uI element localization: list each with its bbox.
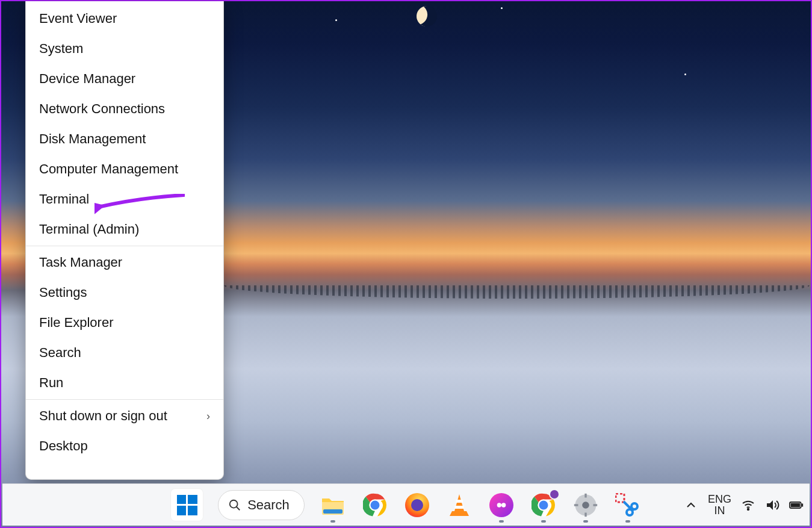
settings-icon <box>574 493 598 517</box>
star-graphic <box>501 7 503 9</box>
treeline-graphic <box>224 285 810 299</box>
star-graphic <box>335 19 337 21</box>
running-indicator <box>541 520 546 523</box>
winx-item-terminal-admin[interactable]: Terminal (Admin) <box>26 214 223 244</box>
menu-label: File Explorer <box>39 315 113 331</box>
wifi-icon[interactable] <box>741 498 755 512</box>
menu-label: Desktop <box>39 438 88 454</box>
winx-item-search[interactable]: Search <box>26 338 223 368</box>
menu-label: Run <box>39 375 63 391</box>
winx-item-run[interactable]: Run <box>26 368 223 398</box>
svg-rect-7 <box>454 506 463 509</box>
vlc-icon <box>448 493 470 517</box>
svg-rect-26 <box>802 503 804 506</box>
winx-item-event-viewer[interactable]: Event Viewer <box>26 4 223 34</box>
svg-rect-16 <box>584 512 586 517</box>
svg-line-1 <box>237 506 240 510</box>
tray-chevron-up-icon[interactable] <box>684 498 698 512</box>
chevron-right-icon: › <box>206 410 210 423</box>
svg-rect-15 <box>584 493 586 497</box>
taskbar-app-chrome-profile[interactable] <box>530 491 557 519</box>
menu-label: Disk Management <box>39 131 146 147</box>
svg-rect-19 <box>616 494 624 502</box>
taskbar-app-vlc[interactable] <box>445 491 473 519</box>
file-explorer-icon <box>321 495 345 515</box>
profile-badge-icon <box>549 489 560 500</box>
winx-item-shut-down[interactable]: Shut down or sign out › <box>26 401 223 431</box>
menu-label: Search <box>39 345 81 361</box>
svg-point-14 <box>582 502 589 509</box>
svg-point-22 <box>627 509 633 515</box>
running-indicator <box>330 520 335 523</box>
svg-point-5 <box>370 500 379 509</box>
menu-label: Terminal (Admin) <box>39 222 139 237</box>
menu-separator <box>26 246 223 246</box>
winx-item-task-manager[interactable]: Task Manager <box>26 247 223 278</box>
winx-item-terminal[interactable]: Terminal <box>26 184 223 214</box>
winx-item-file-explorer[interactable]: File Explorer <box>26 308 223 338</box>
running-indicator <box>583 520 588 523</box>
taskbar: Search <box>2 483 810 526</box>
svg-rect-17 <box>574 504 578 506</box>
menu-label: Device Manager <box>39 71 135 87</box>
winx-item-settings[interactable]: Settings <box>26 278 223 308</box>
language-line2: IN <box>708 505 731 517</box>
menu-label: Settings <box>39 285 87 300</box>
taskbar-app-snipping-tool[interactable] <box>614 491 642 519</box>
running-indicator <box>625 520 630 523</box>
menu-label: Shut down or sign out <box>39 408 167 424</box>
start-button[interactable] <box>170 488 203 521</box>
taskbar-app-discord[interactable] <box>488 491 515 519</box>
firefox-icon <box>405 493 429 517</box>
taskbar-app-settings[interactable] <box>572 491 600 519</box>
search-label: Search <box>247 497 290 513</box>
taskbar-app-file-explorer[interactable] <box>319 491 347 519</box>
language-line1: ENG <box>708 494 731 505</box>
winx-item-disk-management[interactable]: Disk Management <box>26 124 223 154</box>
winx-item-network-connections[interactable]: Network Connections <box>26 94 223 124</box>
svg-rect-18 <box>593 504 597 506</box>
svg-point-0 <box>230 500 238 508</box>
winx-context-menu: Event Viewer System Device Manager Netwo… <box>25 1 224 480</box>
volume-icon[interactable] <box>765 498 779 512</box>
svg-point-12 <box>539 500 548 509</box>
svg-rect-2 <box>323 509 342 514</box>
moon-graphic <box>414 3 440 30</box>
chrome-icon <box>363 493 387 517</box>
battery-icon[interactable] <box>789 498 804 512</box>
svg-point-8 <box>497 503 501 507</box>
svg-rect-27 <box>791 503 800 507</box>
menu-label: Task Manager <box>39 255 122 270</box>
menu-separator <box>26 399 223 400</box>
running-indicator <box>499 520 504 523</box>
menu-label: Computer Management <box>39 161 178 177</box>
discord-icon <box>489 493 513 517</box>
menu-label: Terminal <box>39 191 89 207</box>
menu-label: Event Viewer <box>39 11 117 26</box>
svg-rect-6 <box>456 500 463 503</box>
language-indicator[interactable]: ENG IN <box>708 494 731 517</box>
menu-label: Network Connections <box>39 101 165 117</box>
star-graphic <box>684 73 686 75</box>
winx-item-desktop[interactable]: Desktop <box>26 431 223 461</box>
winx-item-system[interactable]: System <box>26 34 223 64</box>
svg-point-23 <box>748 508 749 509</box>
winx-item-computer-management[interactable]: Computer Management <box>26 154 223 184</box>
svg-marker-24 <box>767 500 773 510</box>
taskbar-app-firefox[interactable] <box>403 491 431 519</box>
menu-label: System <box>39 41 83 57</box>
svg-point-21 <box>631 503 637 509</box>
svg-point-9 <box>501 503 506 507</box>
snipping-tool-icon <box>615 493 640 517</box>
taskbar-search[interactable]: Search <box>218 490 305 520</box>
windows-logo-icon <box>177 495 197 515</box>
taskbar-app-chrome[interactable] <box>361 491 389 519</box>
search-icon <box>228 498 241 512</box>
winx-item-device-manager[interactable]: Device Manager <box>26 64 223 94</box>
